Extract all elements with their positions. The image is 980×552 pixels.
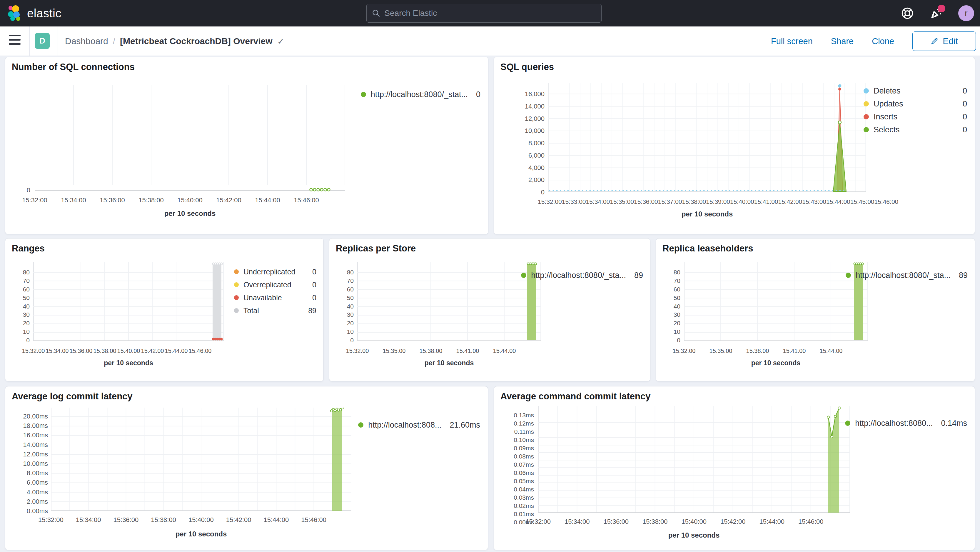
elastic-logo[interactable]: elastic [8,5,62,21]
full-screen-button[interactable]: Full screen [771,37,813,46]
menu-icon[interactable] [9,35,21,45]
series-dot-icon [234,295,239,300]
legend-item[interactable]: http://localhost:808... 21.60ms [358,420,480,430]
y-axis-labels: 80706050403020100 [664,268,680,344]
legend-item[interactable]: Unavailable 0 [234,293,317,302]
tick-label: 0.08ms [514,452,534,461]
tick-label: 50 [674,294,680,302]
tick-label: 0.01ms [514,510,534,518]
legend-item[interactable]: Underreplicated 0 [234,267,317,276]
series-dot-icon [864,101,869,107]
tick-label: 15:36:00 [69,347,93,355]
tick-label: 15:44:00 [164,347,188,355]
legend-item[interactable]: Updates 0 [864,99,967,108]
series-dot-icon [361,92,366,97]
tick-label: 15:36:00 [634,197,658,206]
tick-label: 15:38:00 [739,347,776,355]
x-axis-labels: 15:32:0015:33:0015:34:0015:35:0015:36:00… [538,197,855,206]
breadcrumb: Dashboard / [Metricbeat CockroachDB] Ove… [65,27,285,56]
tick-label: 15:37:00 [658,197,682,206]
tick-label: 15:38:00 [132,196,170,204]
sql-connections-plot[interactable] [35,85,345,192]
tick-label: 20 [347,319,354,327]
logo-text: elastic [27,7,62,20]
tick-label: 15:32:00 [21,347,45,355]
tick-label: 15:44:00 [486,347,523,355]
tick-label: 15:34:00 [54,196,93,204]
tick-label: 15:44:00 [813,347,850,355]
tick-label: 15:42:00 [714,518,753,526]
tick-label: 20 [674,319,680,327]
tick-label: 15:36:00 [597,518,636,526]
tick-label: 4,000 [528,164,544,172]
x-axis-title: per 10 seconds [538,531,850,539]
space-badge[interactable]: D [35,33,50,49]
tick-label: 15:46:00 [295,516,332,524]
ranges-plot[interactable] [33,262,224,342]
share-button[interactable]: Share [831,37,854,46]
tick-label: 15:32:00 [519,518,558,526]
tick-label: 15:32:00 [538,197,562,206]
x-axis-labels: 15:32:0015:35:0015:38:0015:41:0015:44:00 [666,347,850,355]
tick-label: 0.11ms [514,428,534,436]
tick-label: 15:34:00 [586,197,610,206]
panel-ranges: Ranges [5,238,324,382]
help-icon[interactable] [900,6,914,20]
tick-label: 15:36:00 [93,196,132,204]
x-axis-labels: 15:32:0015:35:0015:38:0015:41:0015:44:00 [339,347,523,355]
panel-log-commit-latency: Average log commit latency [5,386,488,550]
tick-label: 15:40:00 [675,518,714,526]
legend-item[interactable]: Selects 0 [864,125,967,134]
tick-label: 15:43:00 [802,197,826,206]
breadcrumb-separator: / [113,36,115,46]
news-feed-icon[interactable] [929,6,943,20]
log-latency-plot[interactable] [51,407,352,512]
legend-item[interactable]: Total 89 [234,306,317,315]
legend-item[interactable]: Overreplicated 0 [234,280,317,289]
sql-queries-plot[interactable] [548,83,866,194]
tick-label: 6.00ms [27,479,48,487]
tick-label: 15:44:00 [258,516,295,524]
tick-label: 0 [677,336,680,344]
legend-item[interactable]: http://localhost:8080/_stat... 0 [361,90,480,99]
x-axis-labels: 15:32:0015:34:0015:36:0015:38:0015:40:00… [21,347,212,355]
edit-button[interactable]: Edit [912,32,976,51]
legend-item[interactable]: http://localhost:8080/_sta... 89 [521,271,643,280]
tick-label: 10 [23,328,30,336]
tick-label: 15:46:00 [792,518,830,526]
cmd-latency-plot[interactable] [538,406,850,514]
y-axis-labels: 16,00014,00012,00010,0008,0006,0004,0002… [506,90,544,196]
panel-title: Number of SQL connections [12,62,135,72]
legend-item[interactable]: Deletes 0 [864,86,967,95]
panel-sql-connections: Number of SQL connections 0 15:32:0015:3… [5,57,488,234]
series-dot-icon [864,114,869,119]
leaseholders-plot[interactable] [684,262,868,342]
tick-label: 15:36:00 [107,516,145,524]
search-input[interactable] [384,8,596,18]
tick-label: 6,000 [528,151,544,160]
tick-label: 15:38:00 [412,347,449,355]
tick-label: 15:33:00 [562,197,586,206]
user-avatar[interactable]: r [958,5,974,21]
series-dot-icon [864,88,869,94]
tick-label: 15:46:00 [875,197,899,206]
tick-label: 70 [347,277,354,285]
series-dot-icon [234,308,239,313]
tick-label: 15:40:00 [170,196,209,204]
tick-label: 0.00ms [27,507,48,515]
tick-label: 0 [350,336,354,344]
legend-item[interactable]: Inserts 0 [864,112,967,121]
tick-label: 80 [23,268,30,277]
breadcrumb-dashboard[interactable]: Dashboard [65,36,108,46]
legend-item[interactable]: http://localhost:8080... 0.14ms [845,419,967,428]
global-search[interactable] [366,4,601,23]
legend-item[interactable]: http://localhost:8080/_sta... 89 [846,271,968,280]
replicas-plot[interactable] [357,262,541,342]
tick-label: 18.00ms [23,422,48,430]
x-axis-title: per 10 seconds [684,359,868,367]
clone-button[interactable]: Clone [872,37,894,46]
tick-label: 40 [23,302,30,310]
tick-label: 0.10ms [514,436,534,444]
tick-label: 50 [23,294,30,302]
tick-label: 2,000 [528,176,544,184]
